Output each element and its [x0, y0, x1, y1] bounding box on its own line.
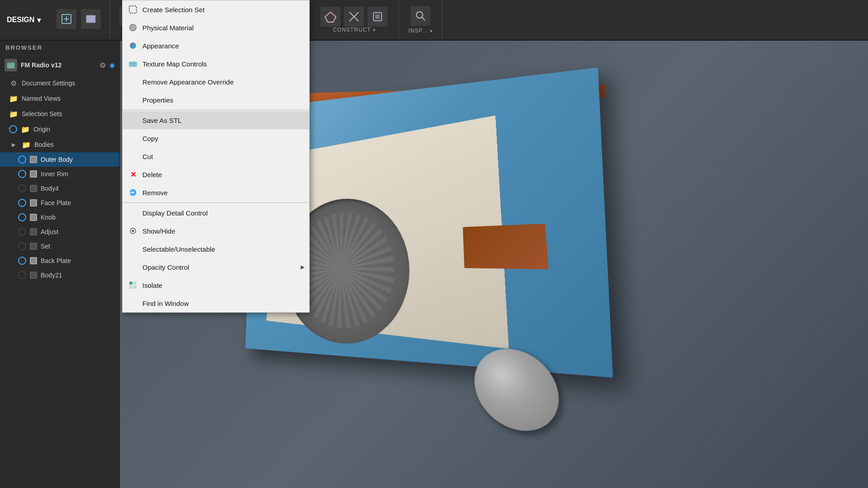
- sidebar-item-set[interactable]: Set: [0, 239, 119, 253]
- visibility-toggle-adjust[interactable]: [18, 228, 26, 236]
- document-visibility-icon: ◉: [109, 61, 115, 69]
- sidebar-item-inner-rim[interactable]: Inner Rim: [0, 167, 119, 181]
- menu-label-properties: Properties: [142, 96, 173, 104]
- folder-icon-selection-sets: 📁: [9, 109, 18, 118]
- menu-item-isolate[interactable]: Isolate: [123, 276, 309, 294]
- menu-label-opacity: Opacity Control: [142, 263, 189, 271]
- sidebar-item-origin[interactable]: 📁 Origin: [0, 122, 119, 137]
- create-icon-1[interactable]: [57, 9, 76, 29]
- visibility-toggle-body21[interactable]: [18, 271, 26, 279]
- menu-label-show-hide: Show/Hide: [142, 227, 175, 235]
- menu-item-create-selection-set[interactable]: Create Selection Set: [123, 0, 309, 19]
- sidebar-item-body4[interactable]: Body4: [0, 181, 119, 196]
- visibility-toggle-face-plate[interactable]: [18, 199, 26, 207]
- document-name: FM Radio v12: [21, 61, 96, 69]
- inspect-icon-1[interactable]: [410, 6, 430, 26]
- menu-label-isolate: Isolate: [142, 282, 162, 289]
- menu-item-selectable[interactable]: Selectable/Unselectable: [123, 240, 309, 258]
- sidebar-item-selection-sets[interactable]: 📁 Selection Sets: [0, 106, 119, 122]
- sidebar-item-label-named-views: Named Views: [22, 95, 61, 102]
- sidebar: BROWSER FM Radio v12 ⚙ ◉ ⚙ Document Sett…: [0, 41, 120, 488]
- menu-label-physical-material: Physical Material: [142, 24, 193, 32]
- menu-item-opacity[interactable]: Opacity Control ▶: [123, 258, 309, 276]
- menu-item-delete[interactable]: ✕ Delete: [123, 165, 309, 183]
- remove-icon: [128, 188, 138, 197]
- context-menu: Create Selection Set Physical Material A…: [122, 0, 310, 313]
- design-arrow: ▾: [37, 16, 41, 24]
- create-icon-2[interactable]: [81, 9, 101, 29]
- menu-item-texture-map[interactable]: Texture Map Controls: [123, 55, 309, 73]
- sidebar-item-face-plate[interactable]: Face Plate: [0, 196, 119, 210]
- body-shape-adjust: [30, 228, 37, 235]
- sidebar-item-knob[interactable]: Knob: [0, 210, 119, 225]
- save-stl-icon: [128, 115, 138, 125]
- menu-label-find-in-window: Find in Window: [142, 300, 189, 307]
- isolate-icon: [128, 280, 138, 290]
- sidebar-item-label-selection-sets: Selection Sets: [22, 110, 62, 117]
- menu-item-show-hide[interactable]: Show/Hide: [123, 222, 309, 240]
- svg-rect-43: [133, 286, 137, 289]
- construct-label[interactable]: CONSTRUCT ▾: [333, 27, 375, 33]
- cut-icon: [128, 151, 138, 161]
- visibility-toggle-origin[interactable]: [9, 125, 17, 133]
- opacity-submenu-arrow: ▶: [301, 264, 305, 270]
- sidebar-item-back-plate[interactable]: Back Plate: [0, 253, 119, 268]
- menu-item-display-detail[interactable]: Display Detail Control: [123, 204, 309, 222]
- body-shape-outer-body: [30, 156, 37, 163]
- visibility-toggle-body4[interactable]: [18, 184, 26, 192]
- design-button[interactable]: DESIGN ▾: [7, 16, 41, 24]
- menu-item-remove-appearance[interactable]: Remove Appearance Override: [123, 73, 309, 91]
- construct-arrow: ▾: [373, 28, 376, 33]
- menu-item-properties[interactable]: Properties: [123, 91, 309, 109]
- menu-item-cut[interactable]: Cut: [123, 147, 309, 165]
- sidebar-item-label-doc-settings: Document Settings: [22, 80, 75, 87]
- inspect-label[interactable]: INSP... ▾: [408, 28, 432, 34]
- menu-item-appearance[interactable]: Appearance: [123, 37, 309, 55]
- menu-label-display-detail: Display Detail Control: [142, 209, 208, 217]
- menu-label-remove: Remove: [142, 189, 168, 197]
- svg-marker-18: [325, 12, 336, 22]
- folder-icon-named-views: 📁: [9, 94, 18, 103]
- svg-rect-3: [86, 15, 95, 23]
- menu-item-save-as-stl[interactable]: Save As STL: [123, 111, 309, 129]
- sidebar-item-document-settings[interactable]: ⚙ Document Settings: [0, 75, 119, 91]
- construct-icon-3[interactable]: [368, 7, 387, 27]
- body-shape-inner-rim: [30, 170, 37, 178]
- visibility-toggle-back-plate[interactable]: [18, 257, 26, 265]
- delete-icon: ✕: [128, 169, 138, 179]
- menu-item-find-in-window[interactable]: Find in Window: [123, 294, 309, 312]
- document-item[interactable]: FM Radio v12 ⚙ ◉: [0, 55, 119, 75]
- sidebar-item-bodies[interactable]: ▶ 📁 Bodies: [0, 137, 119, 152]
- menu-label-selectable: Selectable/Unselectable: [142, 245, 215, 253]
- svg-point-39: [132, 230, 134, 232]
- sidebar-item-label-back-plate: Back Plate: [41, 257, 71, 264]
- document-folder-icon: [5, 59, 17, 71]
- sidebar-item-label-body4: Body4: [41, 185, 59, 192]
- menu-item-remove[interactable]: Remove: [123, 183, 309, 202]
- svg-rect-41: [133, 282, 137, 285]
- menu-item-copy[interactable]: Copy: [123, 129, 309, 147]
- svg-point-31: [130, 42, 136, 49]
- svg-point-30: [132, 27, 134, 28]
- sidebar-item-label-outer-body: Outer Body: [41, 156, 73, 163]
- folder-icon-bodies: 📁: [22, 140, 31, 149]
- visibility-toggle-set[interactable]: [18, 242, 26, 250]
- menu-label-appearance: Appearance: [142, 42, 179, 50]
- visibility-toggle-knob[interactable]: [18, 213, 26, 221]
- design-section[interactable]: DESIGN ▾: [0, 0, 47, 40]
- construct-icon-2[interactable]: [344, 7, 364, 27]
- sidebar-item-body21[interactable]: Body21: [0, 268, 119, 282]
- sidebar-item-named-views[interactable]: 📁 Named Views: [0, 91, 119, 106]
- visibility-toggle-inner-rim[interactable]: [18, 170, 26, 178]
- visibility-toggle-outer-body[interactable]: [18, 155, 26, 164]
- sidebar-item-outer-body[interactable]: Outer Body: [0, 152, 119, 167]
- construct-icon-1[interactable]: [321, 7, 340, 27]
- menu-item-physical-material[interactable]: Physical Material: [123, 19, 309, 37]
- menu-label-copy: Copy: [142, 135, 158, 142]
- show-hide-icon: [128, 226, 138, 236]
- menu-label-create-selection-set: Create Selection Set: [142, 6, 205, 14]
- construct-icons: [321, 7, 387, 27]
- svg-rect-22: [375, 14, 380, 19]
- sidebar-item-adjust[interactable]: Adjust: [0, 225, 119, 239]
- expand-icon-bodies[interactable]: ▶: [9, 140, 18, 149]
